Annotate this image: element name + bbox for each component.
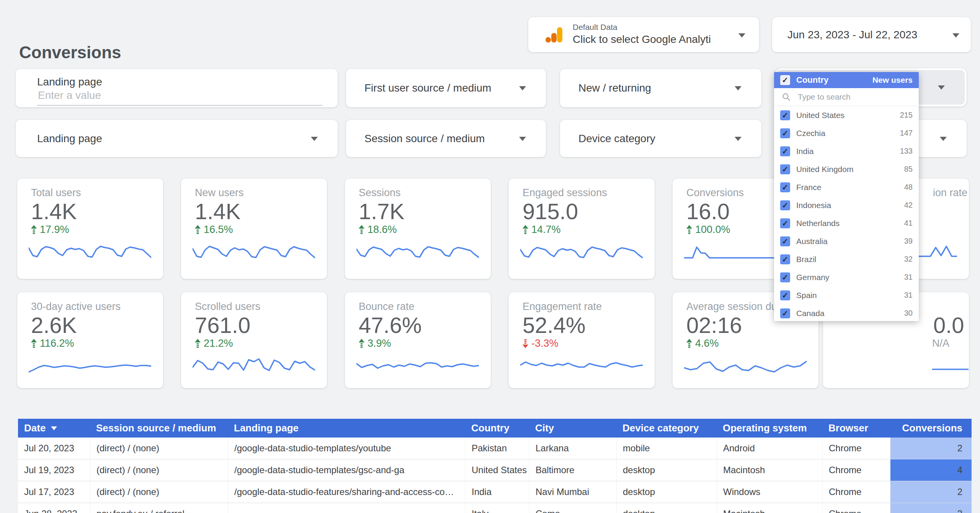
dropdown-country-item[interactable]: ✓ United States 215	[774, 106, 919, 124]
scorecard-delta-text: 18.6%	[368, 224, 397, 236]
chevron-down-icon	[519, 137, 526, 141]
country-name: Spain	[796, 291, 817, 300]
country-checkbox[interactable]: ✓	[780, 308, 790, 318]
data-source-hint: Click to select Google Analyti	[573, 33, 711, 46]
filter-device-category[interactable]: Device category	[560, 120, 761, 157]
data-source-selector[interactable]: Default Data Click to select Google Anal…	[528, 17, 759, 52]
cell-country: Italy	[465, 503, 529, 513]
country-checkbox[interactable]: ✓	[780, 110, 790, 120]
column-header-device[interactable]: Device category	[616, 419, 717, 438]
chevron-down-icon	[952, 33, 959, 38]
filter-label: Session source / medium	[364, 133, 485, 145]
cell-os: Windows	[717, 481, 822, 503]
country-checkbox[interactable]: ✓	[780, 200, 790, 210]
cell-device: mobile	[616, 438, 717, 459]
filter-landing-page-input[interactable]: Landing page	[16, 69, 338, 107]
country-checkbox[interactable]: ✓	[780, 218, 790, 228]
scorecard-delta-text: 116.2%	[40, 338, 74, 349]
dropdown-country-item[interactable]: ✓ Brazil 32	[774, 250, 919, 268]
column-header-browser[interactable]: Browser	[822, 419, 890, 438]
cell-city: Como	[529, 503, 616, 513]
trend-arrow-icon	[686, 339, 692, 348]
dropdown-country-item[interactable]: ✓ United Kingdom 85	[774, 160, 919, 178]
chevron-down-icon	[311, 137, 318, 141]
scorecard: New users 1.4K 16.5%	[181, 179, 327, 279]
dropdown-country-item[interactable]: ✓ Germany 31	[774, 268, 919, 286]
scorecard-delta: 14.7%	[523, 224, 561, 236]
table-row: Jul 19, 2023 (direct) / (none) /google-d…	[18, 459, 972, 481]
country-checkbox[interactable]: ✓	[780, 254, 790, 264]
cell-os: Macintosh	[717, 459, 822, 481]
country-name: Germany	[796, 273, 829, 282]
scorecard-label: ion rate	[933, 187, 967, 199]
dropdown-country-item[interactable]: ✓ Australia 39	[774, 232, 919, 250]
cell-device: desktop	[616, 481, 717, 503]
dropdown-country-item[interactable]: ✓ Czechia 147	[774, 124, 919, 142]
country-name: Brazil	[796, 255, 817, 264]
country-name: Czechia	[796, 129, 825, 138]
chevron-down-icon	[519, 86, 526, 90]
country-name: United Kingdom	[796, 165, 853, 174]
filter-landing-page-dropdown[interactable]: Landing page	[16, 120, 338, 157]
scorecard: Engagement rate 52.4% -3.3%	[509, 292, 655, 388]
scorecard-delta: -3.3%	[523, 338, 559, 349]
country-name: India	[796, 147, 814, 156]
dropdown-header: ✓ Country New users	[774, 72, 919, 88]
country-name: France	[796, 183, 821, 192]
scorecard-delta-text: 4.6%	[695, 338, 719, 349]
scorecard-delta: 3.9%	[359, 338, 391, 349]
dropdown-country-item[interactable]: ✓ France 48	[774, 178, 919, 196]
column-header-landing-page[interactable]: Landing page	[228, 419, 465, 438]
country-name: Australia	[796, 237, 828, 246]
dropdown-country-item[interactable]: ✓ Spain 31	[774, 286, 919, 304]
cell-city: Navi Mumbai	[529, 481, 616, 503]
dropdown-country-item[interactable]: ✓ India 133	[774, 142, 919, 160]
cell-country: Pakistan	[465, 438, 529, 459]
dropdown-search-row	[774, 88, 919, 106]
trend-arrow-icon	[195, 339, 201, 348]
scorecard-value: 761.0	[195, 312, 250, 338]
scorecard-label: Bounce rate	[359, 301, 415, 313]
country-checkbox[interactable]: ✓	[780, 236, 790, 246]
cell-landing-page: /google-data-studio-features/sharing-and…	[228, 481, 465, 503]
filter-first-user-source[interactable]: First user source / medium	[346, 69, 546, 107]
table-row: Jun 28, 2023 pay.fondy.eu / referral Ita…	[18, 503, 972, 513]
filter-label: New / returning	[578, 82, 651, 94]
column-header-country[interactable]: Country	[465, 419, 529, 438]
country-checkbox[interactable]: ✓	[780, 164, 790, 174]
sparkline-chart	[356, 352, 479, 374]
column-header-session-source[interactable]: Session source / medium	[90, 419, 228, 438]
search-icon	[782, 92, 791, 102]
page-title: Conversions	[19, 43, 121, 62]
dropdown-country-item[interactable]: ✓ Canada 30	[774, 304, 919, 321]
dropdown-country-item[interactable]: ✓ Indonesia 42	[774, 196, 919, 214]
country-checkbox[interactable]: ✓	[780, 182, 790, 192]
country-count: 39	[904, 237, 913, 246]
dropdown-search-input[interactable]	[797, 92, 919, 102]
column-header-date[interactable]: Date	[18, 419, 90, 438]
scorecard-label: Sessions	[359, 187, 401, 199]
table-body: Jul 20, 2023 (direct) / (none) /google-d…	[18, 438, 972, 513]
trend-arrow-icon	[686, 225, 692, 234]
column-header-city[interactable]: City	[529, 419, 616, 438]
scorecard-delta-text: 14.7%	[531, 224, 561, 236]
date-range-picker[interactable]: Jun 23, 2023 - Jul 22, 2023	[772, 17, 971, 52]
cell-session-source: (direct) / (none)	[90, 438, 228, 459]
cell-country: India	[465, 481, 529, 503]
filter-session-source[interactable]: Session source / medium	[346, 120, 546, 157]
country-checkbox[interactable]: ✓	[780, 128, 790, 138]
scorecard: Sessions 1.7K 18.6%	[345, 179, 491, 279]
sparkline-chart	[932, 352, 969, 374]
country-checkbox[interactable]: ✓	[780, 146, 790, 156]
filter-new-returning[interactable]: New / returning	[560, 69, 761, 107]
landing-page-value-input[interactable]	[37, 89, 322, 102]
select-all-checkbox[interactable]: ✓	[780, 75, 790, 85]
country-checkbox[interactable]: ✓	[780, 272, 790, 282]
column-header-os[interactable]: Operating system	[717, 419, 822, 438]
scorecard-label: Conversions	[686, 187, 744, 199]
column-header-conversions[interactable]: Conversions	[890, 419, 972, 438]
cell-date: Jul 20, 2023	[18, 438, 90, 459]
trend-arrow-icon	[195, 225, 201, 234]
country-checkbox[interactable]: ✓	[780, 290, 790, 300]
dropdown-country-item[interactable]: ✓ Netherlands 41	[774, 214, 919, 232]
